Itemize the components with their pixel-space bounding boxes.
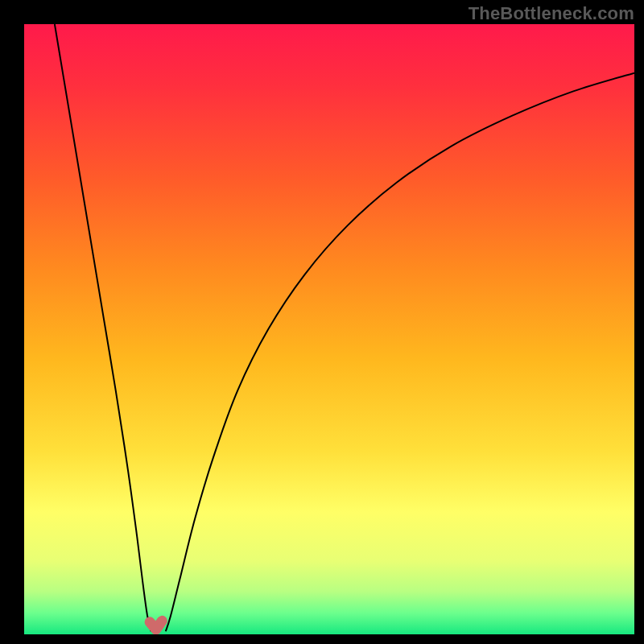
outer-frame: TheBottleneck.com (0, 0, 644, 644)
watermark-text: TheBottleneck.com (469, 3, 634, 24)
curve-right-branch (166, 73, 634, 632)
curve-left-branch (55, 24, 151, 631)
plot-area (24, 24, 634, 634)
bottleneck-curve (24, 24, 634, 634)
bottom-marker-u (150, 621, 162, 630)
